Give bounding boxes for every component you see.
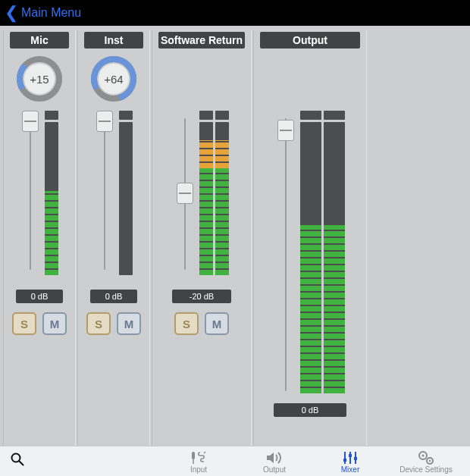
- fader-meter-mic: [20, 111, 58, 285]
- gain-value-mic: +15: [15, 55, 64, 103]
- level-meter: [215, 122, 229, 275]
- svg-rect-14: [349, 454, 352, 457]
- search-button[interactable]: [0, 453, 159, 470]
- top-bar: ❮ Main Menu: [0, 0, 470, 26]
- clip-indicator: [199, 111, 213, 120]
- output-icon: [265, 449, 284, 465]
- level-meter: [199, 122, 213, 275]
- fader-inst[interactable]: [95, 111, 114, 277]
- svg-line-7: [20, 462, 24, 465]
- solo-button-swret[interactable]: S: [174, 312, 199, 335]
- clip-indicator: [119, 111, 133, 120]
- db-readout-inst: 0 dB: [90, 290, 137, 303]
- db-readout-mic: 0 dB: [16, 290, 63, 303]
- meter-stack-mic: [45, 111, 58, 275]
- tab-output[interactable]: Output: [237, 449, 312, 474]
- mixer-panel: Mic +15 0 dB: [0, 26, 470, 446]
- svg-line-10: [204, 452, 205, 453]
- channel-label-mic: Mic: [10, 32, 69, 49]
- back-button[interactable]: Main Menu: [21, 6, 81, 20]
- channel-label-output: Output: [260, 32, 360, 49]
- gain-dial-mic[interactable]: +15: [15, 55, 64, 103]
- fader-output[interactable]: [276, 111, 296, 399]
- clip-indicator: [300, 111, 321, 120]
- level-meter: [119, 122, 133, 275]
- gain-value-inst: +64: [89, 55, 138, 103]
- channel-label-inst: Inst: [84, 32, 143, 49]
- tab-label: Output: [263, 465, 286, 474]
- tab-label: Input: [190, 465, 207, 474]
- channel-label-swret: Software Return: [158, 32, 245, 49]
- tab-label: Device Settings: [400, 465, 452, 474]
- svg-rect-12: [343, 459, 346, 462]
- gain-dial-inst[interactable]: +64: [89, 55, 138, 103]
- fader-meter-swret: [175, 111, 229, 285]
- fader-swret[interactable]: [175, 111, 195, 277]
- solo-button-inst[interactable]: S: [86, 312, 111, 335]
- svg-rect-16: [354, 457, 357, 460]
- mixer-icon: [342, 449, 359, 465]
- fader-meter-inst: [95, 111, 133, 285]
- clip-indicator: [324, 111, 345, 120]
- level-meter: [300, 122, 321, 393]
- tab-bar: Input Output: [0, 446, 470, 476]
- gear-icon: [417, 449, 435, 465]
- channel-inst: Inst +64 0 dB S M: [77, 30, 150, 446]
- svg-point-18: [422, 455, 425, 457]
- tab-mixer[interactable]: Mixer: [312, 449, 388, 474]
- svg-rect-8: [192, 452, 195, 459]
- channel-mic: Mic +15 0 dB: [3, 30, 76, 446]
- tab-input[interactable]: Input: [161, 449, 237, 474]
- solo-button-mic[interactable]: S: [12, 312, 36, 335]
- mute-button-swret[interactable]: M: [205, 312, 229, 335]
- search-icon: [11, 453, 24, 466]
- input-icon: [189, 449, 208, 465]
- fader-mic[interactable]: [20, 111, 40, 277]
- svg-point-20: [429, 460, 431, 462]
- clip-indicator: [215, 111, 229, 120]
- mute-button-mic[interactable]: M: [42, 312, 67, 335]
- tab-device-settings[interactable]: Device Settings: [388, 449, 464, 474]
- tab-label: Mixer: [341, 465, 359, 474]
- db-readout-output: 0 dB: [274, 403, 346, 417]
- meter-stack-output: [300, 111, 345, 393]
- back-chevron-icon[interactable]: ❮: [5, 5, 18, 21]
- meter-stack-inst: [119, 111, 133, 275]
- level-meter: [324, 122, 345, 393]
- channel-software-return: Software Return: [152, 30, 252, 446]
- db-readout-swret: -20 dB: [172, 290, 231, 303]
- clip-indicator: [45, 111, 58, 120]
- fader-meter-output: [276, 111, 345, 399]
- level-meter: [45, 122, 58, 275]
- channel-output: Output: [253, 30, 367, 446]
- meter-stack-swret: [199, 111, 229, 275]
- mute-button-inst[interactable]: M: [117, 312, 141, 335]
